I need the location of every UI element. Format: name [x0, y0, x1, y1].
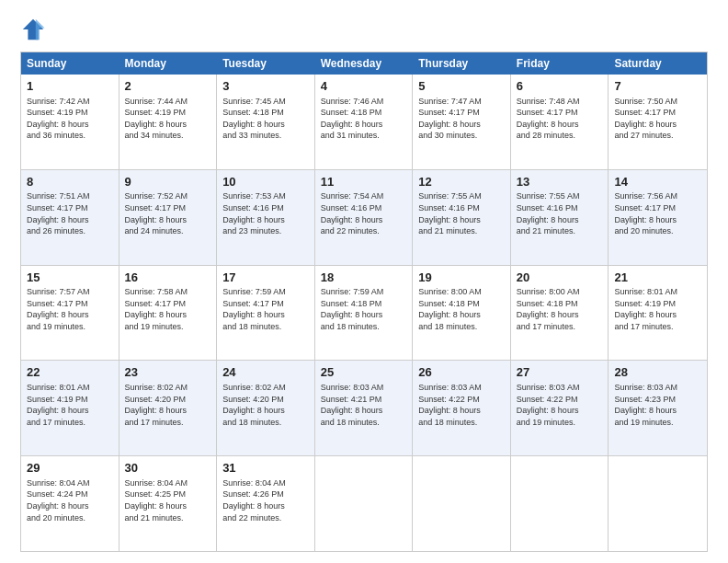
cell-info: Daylight: 8 hours [418, 405, 505, 417]
cell-info: Sunrise: 7:52 AM [125, 190, 211, 202]
cell-info: Sunset: 4:19 PM [125, 107, 211, 119]
cell-info: Sunrise: 7:57 AM [27, 286, 113, 298]
cell-info: and 21 minutes. [517, 225, 603, 237]
cal-cell: 7Sunrise: 7:50 AMSunset: 4:17 PMDaylight… [609, 75, 707, 169]
cal-cell [609, 456, 707, 551]
cell-info: Daylight: 8 hours [125, 309, 211, 321]
cal-cell: 8Sunrise: 7:51 AMSunset: 4:17 PMDaylight… [21, 170, 119, 265]
cell-info: Sunset: 4:20 PM [222, 394, 309, 406]
day-number: 25 [321, 364, 407, 381]
cell-info: Sunrise: 8:01 AM [27, 382, 113, 394]
cell-info: and 22 minutes. [321, 225, 407, 237]
cal-row-3: 15Sunrise: 7:57 AMSunset: 4:17 PMDayligh… [21, 265, 707, 361]
header-tuesday: Tuesday [217, 52, 315, 75]
day-number: 11 [321, 174, 407, 190]
cell-info: Sunrise: 8:04 AM [125, 477, 211, 489]
cal-cell: 22Sunrise: 8:01 AMSunset: 4:19 PMDayligh… [21, 361, 119, 455]
cal-cell: 21Sunrise: 8:01 AMSunset: 4:19 PMDayligh… [609, 266, 707, 361]
cal-cell: 17Sunrise: 7:59 AMSunset: 4:17 PMDayligh… [217, 266, 315, 361]
day-number: 16 [125, 270, 211, 286]
logo [20, 17, 50, 42]
cell-info: Daylight: 8 hours [517, 309, 603, 321]
cell-info: Daylight: 8 hours [27, 405, 113, 417]
cell-info: and 18 minutes. [418, 417, 505, 429]
cell-info: and 17 minutes. [614, 321, 701, 333]
cell-info: Daylight: 8 hours [418, 214, 505, 226]
cell-info: Daylight: 8 hours [27, 500, 113, 512]
cell-info: Daylight: 8 hours [418, 309, 505, 321]
day-number: 22 [27, 364, 113, 381]
day-number: 24 [222, 364, 309, 381]
header [20, 17, 708, 42]
cell-info: Sunrise: 7:50 AM [614, 96, 701, 108]
cell-info: Sunset: 4:17 PM [614, 107, 701, 119]
cell-info: and 18 minutes. [321, 321, 407, 333]
day-number: 17 [222, 270, 309, 286]
cell-info: Sunset: 4:17 PM [125, 202, 211, 214]
cal-cell: 2Sunrise: 7:44 AMSunset: 4:19 PMDaylight… [119, 75, 218, 169]
cell-info: and 31 minutes. [321, 130, 407, 142]
cal-row-5: 29Sunrise: 8:04 AMSunset: 4:24 PMDayligh… [21, 455, 707, 551]
cell-info: Daylight: 8 hours [125, 405, 211, 417]
cell-info: Sunset: 4:18 PM [517, 298, 603, 310]
cell-info: and 23 minutes. [222, 225, 309, 237]
cell-info: Daylight: 8 hours [125, 119, 211, 131]
cell-info: Sunset: 4:17 PM [27, 202, 113, 214]
cell-info: Daylight: 8 hours [614, 119, 701, 131]
cell-info: and 17 minutes. [27, 417, 113, 429]
cal-row-4: 22Sunrise: 8:01 AMSunset: 4:19 PMDayligh… [21, 360, 707, 455]
day-number: 2 [125, 78, 211, 95]
cal-cell: 4Sunrise: 7:46 AMSunset: 4:18 PMDaylight… [315, 75, 414, 169]
day-number: 13 [517, 174, 603, 190]
cell-info: Daylight: 8 hours [321, 309, 407, 321]
calendar-body: 1Sunrise: 7:42 AMSunset: 4:19 PMDaylight… [21, 75, 707, 551]
day-number: 10 [222, 174, 309, 190]
cell-info: Daylight: 8 hours [614, 214, 701, 226]
cell-info: Sunrise: 8:04 AM [222, 477, 309, 489]
cell-info: Sunrise: 8:03 AM [321, 382, 407, 394]
day-number: 15 [27, 270, 113, 286]
cell-info: Sunset: 4:26 PM [222, 488, 309, 500]
day-number: 8 [27, 174, 113, 190]
day-number: 7 [614, 78, 701, 95]
day-number: 29 [27, 460, 113, 477]
cell-info: Daylight: 8 hours [27, 309, 113, 321]
cell-info: Sunset: 4:17 PM [614, 202, 701, 214]
day-number: 12 [418, 174, 505, 190]
cal-cell: 31Sunrise: 8:04 AMSunset: 4:26 PMDayligh… [217, 456, 315, 551]
cell-info: Sunrise: 7:44 AM [125, 96, 211, 108]
day-number: 30 [125, 460, 211, 477]
cell-info: Sunset: 4:16 PM [321, 202, 407, 214]
cal-cell: 16Sunrise: 7:58 AMSunset: 4:17 PMDayligh… [119, 266, 218, 361]
cell-info: Daylight: 8 hours [517, 405, 603, 417]
cell-info: Daylight: 8 hours [614, 309, 701, 321]
day-number: 31 [222, 460, 309, 477]
cell-info: Sunrise: 7:59 AM [222, 286, 309, 298]
cell-info: and 33 minutes. [222, 130, 309, 142]
cell-info: and 21 minutes. [125, 512, 211, 524]
cell-info: Sunset: 4:18 PM [321, 107, 407, 119]
cell-info: Sunrise: 7:55 AM [517, 190, 603, 202]
header-wednesday: Wednesday [315, 52, 414, 75]
cal-cell: 26Sunrise: 8:03 AMSunset: 4:22 PMDayligh… [413, 361, 511, 455]
day-number: 21 [614, 270, 701, 286]
cell-info: Daylight: 8 hours [614, 405, 701, 417]
cell-info: and 18 minutes. [321, 417, 407, 429]
cell-info: Daylight: 8 hours [222, 405, 309, 417]
cell-info: Sunrise: 7:54 AM [321, 190, 407, 202]
header-saturday: Saturday [609, 52, 707, 75]
cell-info: Daylight: 8 hours [517, 214, 603, 226]
cell-info: Sunrise: 7:42 AM [27, 96, 113, 108]
cell-info: Daylight: 8 hours [222, 500, 309, 512]
cell-info: Sunrise: 8:01 AM [614, 286, 701, 298]
calendar-header: Sunday Monday Tuesday Wednesday Thursday… [21, 52, 707, 75]
cell-info: Sunrise: 7:46 AM [321, 96, 407, 108]
cal-cell: 18Sunrise: 7:59 AMSunset: 4:18 PMDayligh… [315, 266, 414, 361]
cell-info: Sunset: 4:25 PM [125, 488, 211, 500]
cell-info: Sunset: 4:17 PM [222, 298, 309, 310]
cal-cell: 13Sunrise: 7:55 AMSunset: 4:16 PMDayligh… [511, 170, 609, 265]
cell-info: Sunrise: 8:03 AM [614, 382, 701, 394]
cell-info: and 22 minutes. [222, 512, 309, 524]
cell-info: Sunset: 4:24 PM [27, 488, 113, 500]
cell-info: Daylight: 8 hours [321, 119, 407, 131]
